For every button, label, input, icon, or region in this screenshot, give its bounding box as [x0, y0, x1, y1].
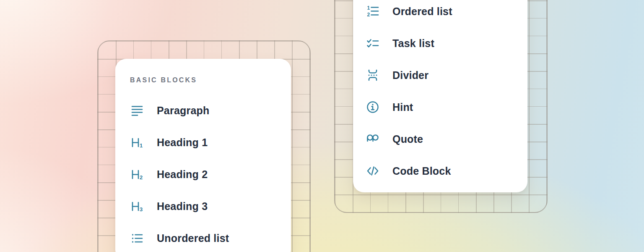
menu-item-hint[interactable]: Hint: [366, 91, 527, 123]
menu-item-label: Code Block: [392, 165, 451, 177]
menu-item-ordered-list[interactable]: 1 2 Ordered list: [366, 0, 527, 27]
menu-item-label: Paragraph: [157, 105, 209, 117]
menu-item-label: Hint: [392, 101, 413, 113]
heading-1-icon: 1: [130, 135, 144, 150]
menu-item-heading-1[interactable]: 1 Heading 1: [130, 126, 291, 158]
basic-blocks-list: Paragraph 1 Heading 1 2 Heading 2: [130, 94, 291, 252]
more-blocks-list: 1 2 Ordered list Task list: [366, 0, 527, 187]
menu-item-paragraph[interactable]: Paragraph: [130, 94, 291, 126]
unordered-list-icon: [130, 231, 144, 245]
menu-item-label: Ordered list: [392, 5, 452, 18]
svg-text:2: 2: [367, 12, 370, 18]
svg-text:1: 1: [367, 5, 370, 11]
code-block-icon: [366, 164, 380, 178]
task-list-icon: [366, 36, 380, 50]
hint-icon: [366, 100, 380, 114]
section-label: BASIC BLOCKS: [130, 76, 291, 85]
menu-item-label: Heading 2: [157, 168, 208, 181]
menu-item-unordered-list[interactable]: Unordered list: [130, 222, 291, 252]
menu-item-code-block[interactable]: Code Block: [366, 155, 527, 187]
menu-item-label: Divider: [392, 69, 428, 81]
basic-blocks-menu-card: BASIC BLOCKS Paragraph 1 Heading 1: [115, 59, 291, 252]
menu-item-label: Unordered list: [157, 232, 229, 244]
menu-item-heading-2[interactable]: 2 Heading 2: [130, 158, 291, 190]
paragraph-icon: [130, 103, 144, 118]
ordered-list-icon: 1 2: [366, 4, 380, 18]
more-blocks-menu-card: 1 2 Ordered list Task list: [353, 0, 527, 192]
heading-2-icon: 2: [130, 167, 144, 181]
menu-item-heading-3[interactable]: 3 Heading 3: [130, 190, 291, 222]
menu-item-divider[interactable]: Divider: [366, 59, 527, 91]
menu-item-quote[interactable]: Quote: [366, 123, 527, 155]
svg-text:3: 3: [140, 206, 143, 213]
menu-item-label: Quote: [392, 133, 423, 145]
svg-text:1: 1: [140, 142, 143, 149]
menu-item-label: Heading 1: [157, 136, 208, 149]
svg-text:2: 2: [140, 174, 143, 181]
menu-item-label: Heading 3: [157, 200, 208, 213]
heading-3-icon: 3: [130, 199, 144, 213]
menu-item-label: Task list: [392, 37, 434, 50]
quote-icon: [366, 132, 380, 146]
menu-item-task-list[interactable]: Task list: [366, 27, 527, 59]
divider-icon: [366, 68, 380, 82]
